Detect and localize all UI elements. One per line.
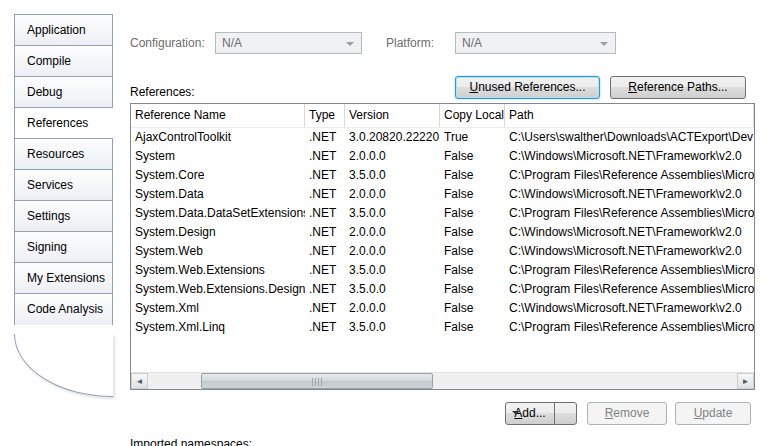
cell-reference-name: System.Web.Extensions bbox=[131, 261, 305, 280]
unused-references-button[interactable]: Unused References... bbox=[455, 76, 600, 99]
cell-version: 3.5.0.0 bbox=[345, 261, 440, 280]
sidebar-item-my-extensions[interactable]: My Extensions bbox=[15, 263, 112, 294]
column-header-type[interactable]: Type bbox=[305, 104, 345, 127]
sidebar-item-code-analysis[interactable]: Code Analysis bbox=[15, 294, 112, 325]
sidebar-item-references[interactable]: References bbox=[15, 108, 113, 139]
table-row[interactable]: System.Web .NET 2.0.0.0 False C:\Windows… bbox=[131, 242, 754, 261]
cell-type: .NET bbox=[305, 242, 345, 261]
table-row[interactable]: System.Xml.Linq .NET 3.5.0.0 False C:\Pr… bbox=[131, 318, 754, 337]
sidebar-tail-curve bbox=[14, 334, 113, 397]
cell-copy-local: False bbox=[440, 318, 505, 337]
cell-path: C:\Program Files\Reference Assemblies\Mi… bbox=[505, 318, 754, 337]
platform-value: N/A bbox=[462, 36, 482, 50]
remove-button[interactable]: Remove bbox=[587, 402, 667, 425]
update-button-label: Update bbox=[676, 403, 750, 424]
cell-reference-name: System.Core bbox=[131, 166, 305, 185]
cell-copy-local: False bbox=[440, 204, 505, 223]
chevron-down-icon bbox=[346, 42, 354, 46]
arrow-right-icon: ► bbox=[742, 377, 750, 386]
references-label: References: bbox=[130, 85, 195, 100]
cell-copy-local: False bbox=[440, 223, 505, 242]
sidebar-item-compile[interactable]: Compile bbox=[15, 46, 112, 77]
cell-reference-name: AjaxControlToolkit bbox=[131, 128, 305, 147]
sidebar: Application Compile Debug References Res… bbox=[14, 14, 113, 325]
table-row[interactable]: System.Design .NET 2.0.0.0 False C:\Wind… bbox=[131, 223, 754, 242]
cell-copy-local: False bbox=[440, 147, 505, 166]
cell-path: C:\Program Files\Reference Assemblies\Mi… bbox=[505, 166, 754, 185]
cell-version: 3.5.0.0 bbox=[345, 166, 440, 185]
cell-type: .NET bbox=[305, 261, 345, 280]
cell-type: .NET bbox=[305, 299, 345, 318]
cell-reference-name: System.Data.DataSetExtensions bbox=[131, 204, 305, 223]
cell-version: 2.0.0.0 bbox=[345, 242, 440, 261]
cell-reference-name: System.Web.Extensions.Design bbox=[131, 280, 305, 299]
reference-paths-button[interactable]: Reference Paths... bbox=[610, 76, 746, 99]
sidebar-item-settings[interactable]: Settings bbox=[15, 201, 112, 232]
scrollbar-grip-icon bbox=[312, 378, 322, 386]
cell-version: 2.0.0.0 bbox=[345, 223, 440, 242]
cell-type: .NET bbox=[305, 166, 345, 185]
cell-reference-name: System bbox=[131, 147, 305, 166]
table-header: Reference Name Type Version Copy Local P… bbox=[131, 104, 754, 128]
cell-type: .NET bbox=[305, 318, 345, 337]
sidebar-item-debug[interactable]: Debug bbox=[15, 77, 112, 108]
scroll-left-button[interactable]: ◄ bbox=[131, 373, 148, 389]
table-row[interactable]: System.Web.Extensions.Design .NET 3.5.0.… bbox=[131, 280, 754, 299]
table-row[interactable]: System.Core .NET 3.5.0.0 False C:\Progra… bbox=[131, 166, 754, 185]
cell-version: 3.5.0.0 bbox=[345, 204, 440, 223]
cell-reference-name: System.Web bbox=[131, 242, 305, 261]
arrow-left-icon: ◄ bbox=[136, 377, 144, 386]
cell-version: 2.0.0.0 bbox=[345, 185, 440, 204]
scroll-right-button[interactable]: ► bbox=[737, 373, 754, 389]
imported-namespaces-label: Imported namespaces: bbox=[130, 437, 252, 446]
cell-path: C:\Program Files\Reference Assemblies\Mi… bbox=[505, 280, 754, 299]
column-header-copy-local[interactable]: Copy Local bbox=[440, 104, 505, 127]
table-row[interactable]: System.Web.Extensions .NET 3.5.0.0 False… bbox=[131, 261, 754, 280]
cell-version: 2.0.0.0 bbox=[345, 147, 440, 166]
unused-references-button-label: Unused References... bbox=[456, 77, 599, 98]
table-row[interactable]: System .NET 2.0.0.0 False C:\Windows\Mic… bbox=[131, 147, 754, 166]
column-header-path[interactable]: Path bbox=[505, 104, 754, 127]
cell-path: C:\Windows\Microsoft.NET\Framework\v2.0 bbox=[505, 147, 754, 166]
cell-reference-name: System.Data bbox=[131, 185, 305, 204]
remove-button-label: Remove bbox=[588, 403, 666, 424]
update-button[interactable]: Update bbox=[675, 402, 751, 425]
cell-copy-local: True bbox=[440, 128, 505, 147]
configuration-value: N/A bbox=[222, 36, 242, 50]
column-header-reference-name[interactable]: Reference Name bbox=[131, 104, 305, 127]
cell-type: .NET bbox=[305, 223, 345, 242]
reference-paths-button-label: Reference Paths... bbox=[611, 77, 745, 98]
cell-type: .NET bbox=[305, 280, 345, 299]
table-row[interactable]: System.Data .NET 2.0.0.0 False C:\Window… bbox=[131, 185, 754, 204]
cell-copy-local: False bbox=[440, 299, 505, 318]
configuration-dropdown[interactable]: N/A bbox=[215, 32, 362, 54]
scrollbar-thumb[interactable] bbox=[201, 373, 433, 389]
references-table: Reference Name Type Version Copy Local P… bbox=[130, 103, 755, 390]
add-dropdown-button[interactable] bbox=[554, 402, 577, 425]
cell-path: C:\Windows\Microsoft.NET\Framework\v2.0 bbox=[505, 223, 754, 242]
sidebar-item-application[interactable]: Application bbox=[15, 15, 112, 46]
cell-type: .NET bbox=[305, 147, 345, 166]
horizontal-scrollbar[interactable]: ◄ ► bbox=[131, 372, 754, 389]
cell-version: 3.5.0.0 bbox=[345, 280, 440, 299]
sidebar-item-signing[interactable]: Signing bbox=[15, 232, 112, 263]
cell-reference-name: System.Xml bbox=[131, 299, 305, 318]
cell-reference-name: System.Xml.Linq bbox=[131, 318, 305, 337]
platform-dropdown[interactable]: N/A bbox=[455, 32, 616, 54]
project-properties-page: Application Compile Debug References Res… bbox=[0, 0, 779, 446]
sidebar-item-services[interactable]: Services bbox=[15, 170, 112, 201]
table-row[interactable]: System.Data.DataSetExtensions .NET 3.5.0… bbox=[131, 204, 754, 223]
cell-path: C:\Windows\Microsoft.NET\Framework\v2.0 bbox=[505, 299, 754, 318]
cell-path: C:\Windows\Microsoft.NET\Framework\v2.0 bbox=[505, 242, 754, 261]
chevron-down-icon bbox=[600, 42, 608, 46]
cell-copy-local: False bbox=[440, 185, 505, 204]
cell-path: C:\Program Files\Reference Assemblies\Mi… bbox=[505, 204, 754, 223]
column-header-version[interactable]: Version bbox=[345, 104, 440, 127]
table-row[interactable]: System.Xml .NET 2.0.0.0 False C:\Windows… bbox=[131, 299, 754, 318]
table-row[interactable]: AjaxControlToolkit .NET 3.0.20820.22220 … bbox=[131, 128, 754, 147]
cell-path: C:\Windows\Microsoft.NET\Framework\v2.0 bbox=[505, 185, 754, 204]
sidebar-item-resources[interactable]: Resources bbox=[15, 139, 112, 170]
configuration-label: Configuration: bbox=[130, 36, 205, 51]
cell-type: .NET bbox=[305, 204, 345, 223]
cell-copy-local: False bbox=[440, 280, 505, 299]
